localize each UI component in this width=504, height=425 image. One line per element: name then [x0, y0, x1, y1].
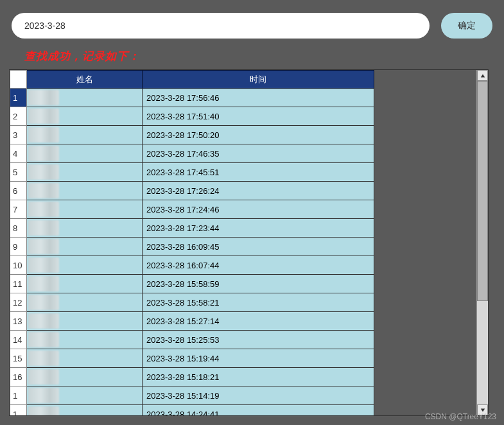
cell-name[interactable] [27, 331, 143, 349]
row-number[interactable]: 1 [10, 89, 27, 107]
svg-marker-1 [480, 408, 484, 412]
redacted-name [28, 295, 59, 310]
row-number[interactable]: 6 [10, 182, 27, 200]
cell-time[interactable]: 2023-3-28 16:09:45 [143, 238, 374, 256]
cell-time[interactable]: 2023-3-28 15:19:44 [143, 349, 374, 368]
vertical-scrollbar[interactable] [476, 70, 488, 415]
redacted-name [28, 257, 59, 273]
cell-time[interactable]: 2023-3-28 15:58:59 [143, 275, 374, 293]
cell-time[interactable]: 2023-3-28 15:27:14 [143, 312, 374, 331]
table-row[interactable]: 42023-3-28 17:46:35 [10, 144, 374, 163]
cell-time[interactable]: 2023-3-28 15:14:19 [143, 386, 374, 405]
row-number[interactable]: 15 [10, 349, 27, 368]
cell-name[interactable] [27, 89, 143, 107]
row-number[interactable]: 2 [10, 107, 27, 126]
row-number[interactable]: 16 [10, 368, 27, 386]
redacted-name [28, 406, 59, 415]
table-row[interactable]: 152023-3-28 15:19:44 [10, 349, 374, 368]
table-row[interactable]: 122023-3-28 15:58:21 [10, 293, 374, 312]
table-corner [10, 71, 27, 89]
scroll-thumb[interactable] [477, 81, 488, 301]
cell-name[interactable] [27, 256, 143, 275]
table-row[interactable]: 102023-3-28 16:07:44 [10, 256, 374, 275]
cell-name[interactable] [27, 163, 143, 182]
table-row[interactable]: 52023-3-28 17:45:51 [10, 163, 374, 182]
table-row[interactable]: 142023-3-28 15:25:53 [10, 331, 374, 349]
cell-name[interactable] [27, 238, 143, 256]
redacted-name [28, 146, 59, 161]
cell-name[interactable] [27, 107, 143, 126]
row-number[interactable]: 1 [10, 386, 27, 405]
table-row[interactable]: 92023-3-28 16:09:45 [10, 238, 374, 256]
row-number[interactable]: 1 [10, 405, 27, 416]
table-empty-area [374, 70, 488, 415]
cell-name[interactable] [27, 386, 143, 405]
redacted-name [28, 108, 59, 124]
cell-time[interactable]: 2023-3-28 17:23:44 [143, 219, 374, 238]
redacted-name [28, 388, 59, 403]
table-row[interactable]: 12023-3-28 17:56:46 [10, 89, 374, 107]
row-number[interactable]: 14 [10, 331, 27, 349]
row-number[interactable]: 3 [10, 126, 27, 144]
col-header-name[interactable]: 姓名 [27, 71, 143, 89]
cell-time[interactable]: 2023-3-28 17:26:24 [143, 182, 374, 200]
cell-time[interactable]: 2023-3-28 15:58:21 [143, 293, 374, 312]
cell-time[interactable]: 2023-3-28 17:56:46 [143, 89, 374, 107]
table-row[interactable]: 12023-3-28 15:14:19 [10, 386, 374, 405]
redacted-name [28, 202, 59, 217]
table-row[interactable]: 12023-3-28 14:24:41 [10, 405, 374, 416]
row-number[interactable]: 4 [10, 144, 27, 163]
confirm-button[interactable]: 确定 [441, 13, 492, 39]
scroll-track[interactable] [477, 81, 488, 404]
cell-name[interactable] [27, 182, 143, 200]
scroll-up-arrow-icon[interactable] [477, 70, 488, 81]
redacted-name [28, 164, 59, 180]
table-row[interactable]: 72023-3-28 17:24:46 [10, 200, 374, 219]
cell-time[interactable]: 2023-3-28 17:46:35 [143, 144, 374, 163]
table-row[interactable]: 162023-3-28 15:18:21 [10, 368, 374, 386]
svg-marker-0 [480, 74, 484, 77]
table-row[interactable]: 22023-3-28 17:51:40 [10, 107, 374, 126]
table-row[interactable]: 32023-3-28 17:50:20 [10, 126, 374, 144]
table-row[interactable]: 132023-3-28 15:27:14 [10, 312, 374, 331]
cell-name[interactable] [27, 293, 143, 312]
redacted-name [28, 239, 59, 254]
cell-name[interactable] [27, 126, 143, 144]
cell-time[interactable]: 2023-3-28 15:25:53 [143, 331, 374, 349]
results-table: 姓名 时间 12023-3-28 17:56:4622023-3-28 17:5… [10, 70, 374, 415]
row-number[interactable]: 11 [10, 275, 27, 293]
row-number[interactable]: 12 [10, 293, 27, 312]
redacted-name [28, 276, 59, 291]
redacted-name [28, 351, 59, 366]
table-row[interactable]: 62023-3-28 17:26:24 [10, 182, 374, 200]
col-header-time[interactable]: 时间 [143, 71, 374, 89]
results-panel: 姓名 时间 12023-3-28 17:56:4622023-3-28 17:5… [9, 69, 489, 416]
cell-name[interactable] [27, 312, 143, 331]
row-number[interactable]: 9 [10, 238, 27, 256]
redacted-name [28, 183, 59, 198]
cell-time[interactable]: 2023-3-28 17:50:20 [143, 126, 374, 144]
cell-name[interactable] [27, 200, 143, 219]
row-number[interactable]: 10 [10, 256, 27, 275]
cell-name[interactable] [27, 275, 143, 293]
cell-name[interactable] [27, 368, 143, 386]
cell-time[interactable]: 2023-3-28 17:45:51 [143, 163, 374, 182]
cell-name[interactable] [27, 144, 143, 163]
table-wrapper: 姓名 时间 12023-3-28 17:56:4622023-3-28 17:5… [10, 70, 374, 415]
cell-name[interactable] [27, 405, 143, 416]
search-input[interactable] [12, 13, 430, 39]
row-number[interactable]: 5 [10, 163, 27, 182]
cell-name[interactable] [27, 219, 143, 238]
table-header-row: 姓名 时间 [10, 71, 374, 89]
cell-time[interactable]: 2023-3-28 15:18:21 [143, 368, 374, 386]
cell-time[interactable]: 2023-3-28 17:51:40 [143, 107, 374, 126]
table-row[interactable]: 82023-3-28 17:23:44 [10, 219, 374, 238]
row-number[interactable]: 13 [10, 312, 27, 331]
table-row[interactable]: 112023-3-28 15:58:59 [10, 275, 374, 293]
cell-name[interactable] [27, 349, 143, 368]
cell-time[interactable]: 2023-3-28 14:24:41 [143, 405, 374, 416]
row-number[interactable]: 7 [10, 200, 27, 219]
row-number[interactable]: 8 [10, 219, 27, 238]
cell-time[interactable]: 2023-3-28 16:07:44 [143, 256, 374, 275]
cell-time[interactable]: 2023-3-28 17:24:46 [143, 200, 374, 219]
